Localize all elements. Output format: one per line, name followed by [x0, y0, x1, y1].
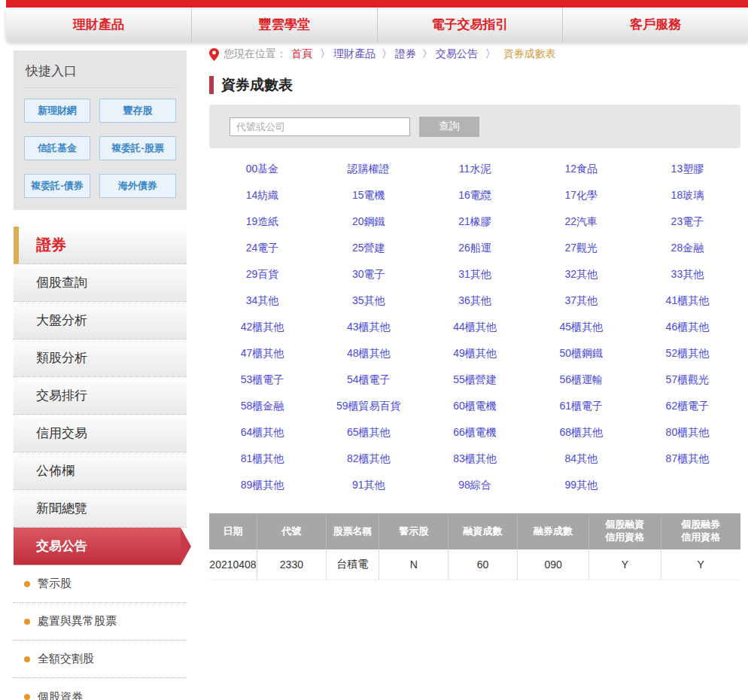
top-nav-item[interactable]: 理財產品	[6, 8, 191, 41]
page-title: 資券成數表	[209, 76, 740, 94]
category-link[interactable]: 64櫃其他	[209, 419, 315, 446]
category-link[interactable]: 98綜合	[421, 472, 528, 498]
category-link[interactable]: 25營建	[315, 235, 421, 261]
category-link[interactable]: 48櫃其他	[315, 340, 421, 367]
category-link[interactable]: 36其他	[421, 288, 528, 314]
category-link[interactable]: 認購權證	[315, 156, 421, 182]
sidebar-sub-item[interactable]: 處置與異常股票	[14, 603, 187, 641]
category-link[interactable]: 00基金	[209, 156, 315, 182]
table-cell: N	[379, 549, 448, 580]
table-header-cell: 代號	[257, 513, 327, 549]
category-link[interactable]: 50櫃鋼鐵	[528, 340, 634, 367]
category-link[interactable]: 44櫃其他	[421, 314, 528, 340]
category-link[interactable]: 57櫃觀光	[634, 367, 740, 393]
quick-entry-button[interactable]: 複委託-債券	[24, 174, 90, 198]
sidebar-menu-item[interactable]: 新聞總覽	[14, 490, 187, 528]
table-header-cell: 日期	[209, 513, 257, 549]
category-link[interactable]: 84其他	[528, 446, 634, 472]
bullet-icon	[24, 656, 30, 662]
category-link[interactable]: 59櫃貿易百貨	[315, 393, 421, 419]
category-link[interactable]: 11水泥	[421, 156, 528, 182]
category-link[interactable]: 83櫃其他	[421, 446, 528, 472]
category-link[interactable]: 30電子	[315, 261, 421, 288]
category-link[interactable]: 16電纜	[421, 182, 528, 208]
category-link[interactable]: 33其他	[634, 261, 740, 288]
category-link[interactable]: 56櫃運輸	[528, 367, 634, 393]
sidebar-sub-item[interactable]: 全額交割股	[14, 641, 187, 678]
quick-entry-button[interactable]: 複委託-股票	[99, 136, 176, 160]
category-link[interactable]: 54櫃電子	[315, 367, 421, 393]
sidebar-sub-item[interactable]: 個股資券	[14, 678, 187, 700]
breadcrumb-link[interactable]: 交易公告	[436, 47, 478, 59]
category-link[interactable]: 87櫃其他	[634, 446, 740, 472]
quick-entry-button[interactable]: 信託基金	[24, 136, 90, 160]
sidebar-menu-item[interactable]: 類股分析	[14, 339, 187, 377]
sidebar-item-trade-announcement-active[interactable]: 交易公告	[14, 528, 181, 565]
category-link[interactable]: 81櫃其他	[209, 446, 315, 472]
sidebar-section-securities[interactable]: 證券	[14, 227, 187, 264]
category-link[interactable]: 14紡織	[209, 182, 315, 208]
category-link[interactable]: 24電子	[209, 235, 315, 261]
category-link[interactable]: 82櫃其他	[315, 446, 421, 472]
sidebar-menu-item[interactable]: 交易排行	[14, 377, 187, 415]
sidebar-menu-item[interactable]: 公佈欄	[14, 452, 187, 490]
quick-entry-button[interactable]: 新理財網	[24, 99, 90, 123]
category-link[interactable]: 62櫃電子	[634, 393, 740, 419]
category-link[interactable]: 42櫃其他	[209, 314, 315, 340]
category-link[interactable]: 80櫃其他	[634, 419, 740, 446]
search-button[interactable]: 查詢	[419, 117, 479, 137]
bullet-icon	[24, 694, 30, 700]
category-link[interactable]: 46櫃其他	[634, 314, 740, 340]
category-link[interactable]: 20鋼鐵	[315, 208, 421, 235]
category-link[interactable]: 52櫃其他	[634, 340, 740, 367]
category-link[interactable]: 43櫃其他	[315, 314, 421, 340]
category-link[interactable]: 12食品	[528, 156, 634, 182]
category-link[interactable]: 53櫃電子	[209, 367, 315, 393]
top-nav-item[interactable]: 電子交易指引	[377, 8, 563, 41]
top-nav-item[interactable]: 豐雲學堂	[191, 8, 377, 41]
category-link[interactable]: 17化學	[528, 182, 634, 208]
sidebar-sub-item[interactable]: 警示股	[14, 565, 187, 603]
category-link[interactable]: 37其他	[528, 288, 634, 314]
sidebar-menu-item[interactable]: 信用交易	[14, 415, 187, 452]
breadcrumb-link[interactable]: 理財產品	[333, 47, 376, 59]
category-link[interactable]: 22汽車	[528, 208, 634, 235]
category-link[interactable]: 29百貨	[209, 261, 315, 288]
top-nav-item[interactable]: 客戶服務	[562, 8, 748, 41]
category-link[interactable]: 91其他	[315, 472, 421, 498]
category-link[interactable]: 66櫃電機	[421, 419, 528, 446]
category-link[interactable]: 61櫃電子	[528, 393, 634, 419]
category-link[interactable]: 13塑膠	[634, 156, 740, 182]
category-link[interactable]: 60櫃電機	[421, 393, 528, 419]
sidebar-menu-item[interactable]: 大盤分析	[14, 302, 187, 339]
category-link[interactable]: 19造紙	[209, 208, 315, 235]
category-link[interactable]: 32其他	[528, 261, 634, 288]
category-link[interactable]: 27觀光	[528, 235, 634, 261]
sidebar-menu-item[interactable]: 個股查詢	[14, 264, 187, 302]
category-link[interactable]: 65櫃其他	[315, 419, 421, 446]
category-link[interactable]: 31其他	[421, 261, 528, 288]
category-link[interactable]: 89櫃其他	[209, 472, 315, 498]
quick-entry-button[interactable]: 豐存股	[99, 99, 176, 123]
page-body: 快捷入口 新理財網 豐存股 信託基金 複委託-股票 複委託-債券 海外債券 證券	[0, 41, 748, 700]
category-link[interactable]: 68櫃其他	[528, 419, 634, 446]
category-link[interactable]: 28金融	[634, 235, 740, 261]
search-input[interactable]	[230, 117, 410, 136]
category-link[interactable]: 55櫃營建	[421, 367, 528, 393]
breadcrumb-link[interactable]: 證券	[395, 47, 416, 59]
category-link[interactable]: 99其他	[528, 472, 634, 498]
category-link[interactable]: 23電子	[634, 208, 740, 235]
category-link[interactable]: 15電機	[315, 182, 421, 208]
category-link[interactable]: 58櫃金融	[209, 393, 315, 419]
category-link[interactable]: 26船運	[421, 235, 528, 261]
quick-entry-button[interactable]: 海外債券	[99, 174, 176, 198]
category-link[interactable]: 47櫃其他	[209, 340, 315, 367]
category-link[interactable]: 35其他	[315, 288, 421, 314]
category-link[interactable]: 21橡膠	[421, 208, 528, 235]
category-link[interactable]: 41櫃其他	[634, 288, 740, 314]
breadcrumb-home-link[interactable]: 首頁	[291, 47, 312, 61]
category-link[interactable]: 49櫃其他	[421, 340, 528, 367]
category-link[interactable]: 45櫃其他	[528, 314, 634, 340]
category-link[interactable]: 18玻璃	[634, 182, 740, 208]
category-link[interactable]: 34其他	[209, 288, 315, 314]
